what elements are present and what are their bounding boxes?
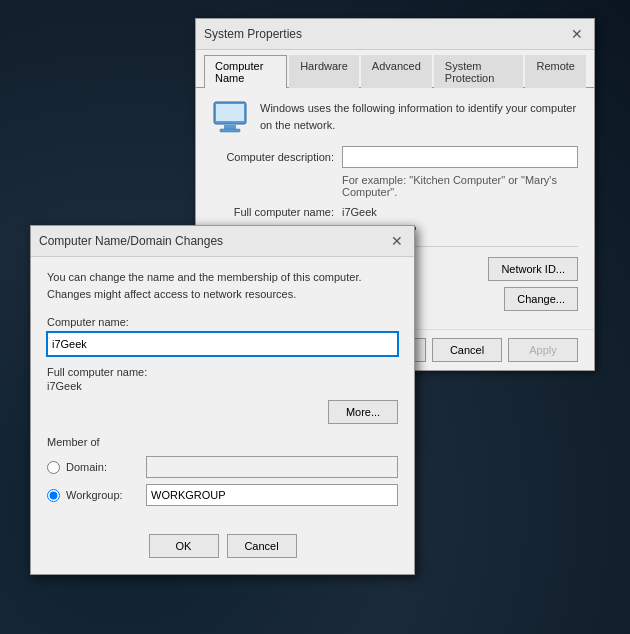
network-id-button[interactable]: Network ID... xyxy=(488,257,578,281)
fullname-label: Full computer name: xyxy=(212,206,342,218)
fullname-value: i7Geek xyxy=(342,206,377,218)
svg-rect-3 xyxy=(220,129,240,132)
description-field-row: Computer description: xyxy=(212,146,578,168)
domain-dialog-close-button[interactable]: ✕ xyxy=(388,232,406,250)
workgroup-radio-label: Workgroup: xyxy=(66,489,146,501)
tab-remote[interactable]: Remote xyxy=(525,55,586,88)
member-of-section: Member of Domain: Workgroup: xyxy=(47,436,398,506)
change-button[interactable]: Change... xyxy=(504,287,578,311)
tabs-container: Computer Name Hardware Advanced System P… xyxy=(196,50,594,88)
domain-description: You can change the name and the membersh… xyxy=(47,269,398,302)
description-label: Computer description: xyxy=(212,151,342,163)
apply-button[interactable]: Apply xyxy=(508,338,578,362)
domain-input-field[interactable] xyxy=(146,456,398,478)
computer-icon xyxy=(212,100,248,136)
domain-dialog-titlebar: Computer Name/Domain Changes ✕ xyxy=(31,226,414,257)
member-of-title: Member of xyxy=(47,436,398,448)
tab-hardware[interactable]: Hardware xyxy=(289,55,359,88)
system-props-title: System Properties xyxy=(204,27,302,41)
domain-radio[interactable] xyxy=(47,461,60,474)
system-props-titlebar: System Properties ✕ xyxy=(196,19,594,50)
description-input[interactable] xyxy=(342,146,578,168)
domain-dialog-buttons: OK Cancel xyxy=(47,522,398,558)
computer-name-label: Computer name: xyxy=(47,316,398,328)
full-computer-name-label: Full computer name: xyxy=(47,366,398,378)
info-row: Windows uses the following information t… xyxy=(212,100,578,136)
workgroup-radio[interactable] xyxy=(47,489,60,502)
cancel-button[interactable]: Cancel xyxy=(432,338,502,362)
full-computer-name-value: i7Geek xyxy=(47,380,398,392)
info-text: Windows uses the following information t… xyxy=(260,100,578,133)
description-example: For example: "Kitchen Computer" or "Mary… xyxy=(342,174,578,198)
svg-rect-1 xyxy=(216,104,244,121)
workgroup-radio-row: Workgroup: xyxy=(47,484,398,506)
domain-radio-row: Domain: xyxy=(47,456,398,478)
workgroup-input-field[interactable] xyxy=(146,484,398,506)
domain-cancel-button[interactable]: Cancel xyxy=(227,534,297,558)
full-computer-name-group: Full computer name: i7Geek xyxy=(47,366,398,392)
domain-radio-label: Domain: xyxy=(66,461,146,473)
svg-rect-2 xyxy=(224,125,236,129)
computer-name-field-group: Computer name: xyxy=(47,316,398,360)
tab-advanced[interactable]: Advanced xyxy=(361,55,432,88)
domain-changes-dialog: Computer Name/Domain Changes ✕ You can c… xyxy=(30,225,415,575)
tab-system-protection[interactable]: System Protection xyxy=(434,55,524,88)
system-props-close-button[interactable]: ✕ xyxy=(568,25,586,43)
domain-dialog-body: You can change the name and the membersh… xyxy=(31,257,414,574)
more-button[interactable]: More... xyxy=(328,400,398,424)
domain-dialog-title: Computer Name/Domain Changes xyxy=(39,234,223,248)
domain-ok-button[interactable]: OK xyxy=(149,534,219,558)
more-btn-row: More... xyxy=(47,400,398,424)
tab-computer-name[interactable]: Computer Name xyxy=(204,55,287,88)
fullname-field-row: Full computer name: i7Geek xyxy=(212,206,578,218)
computer-name-input[interactable] xyxy=(47,332,398,356)
